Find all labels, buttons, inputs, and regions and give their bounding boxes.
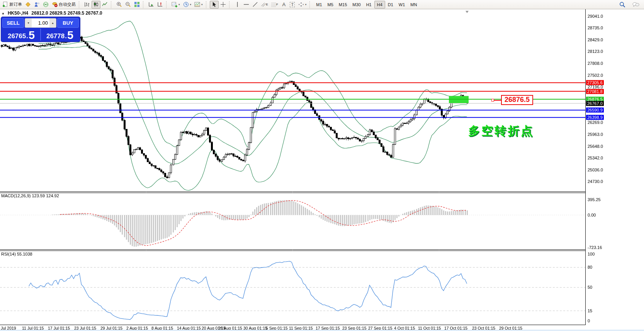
person-cloud-icon [34, 2, 40, 7]
price-tick-label: 27196.0 [588, 85, 603, 89]
tile-windows-icon [134, 2, 140, 7]
indicator-tick-label: 0.00 [588, 213, 596, 217]
timeframe-h1-button[interactable]: H1 [364, 1, 374, 8]
indicator-tick-label: 15 [588, 308, 592, 313]
price-tick-label: 28735.0 [588, 25, 603, 30]
price-tick-label: 25342.0 [588, 156, 603, 160]
auto-trading-icon [52, 2, 58, 7]
template-icon [194, 2, 200, 7]
chat-button[interactable] [631, 1, 641, 8]
tile-windows-button[interactable] [133, 1, 141, 8]
new-order-icon [2, 2, 8, 7]
bottom-strip [0, 330, 644, 331]
fibonacci-tool-button[interactable]: F [270, 1, 280, 8]
timeframe-m1-button[interactable]: M1 [313, 1, 325, 8]
chart-window: ▲ HK50-,H4 26812.0 26829.5 26749.5 26767… [0, 9, 644, 331]
candlestick-icon [93, 2, 99, 7]
new-chart-button[interactable]: ▾ [170, 1, 182, 8]
signal-icon [43, 2, 49, 7]
dropdown-caret-icon: ▾ [178, 3, 180, 6]
buy-button[interactable]: BUY [57, 18, 79, 28]
new-order-button[interactable]: 新订单 [1, 1, 24, 8]
candle-chart-mode-button[interactable] [92, 1, 100, 8]
auto-scroll-button[interactable] [147, 1, 156, 8]
line-price-label: 26767.0 [586, 101, 604, 106]
timeframe-d1-button[interactable]: D1 [385, 1, 396, 8]
vertical-line-icon [234, 2, 240, 7]
chart-shift-button[interactable] [156, 1, 165, 8]
dropdown-caret-icon: ▾ [305, 3, 307, 6]
text-label-tool-button[interactable]: T [288, 1, 297, 8]
timeframe-mn-button[interactable]: MN [408, 1, 420, 8]
sell-button[interactable]: SELL [2, 18, 24, 28]
arrows-icon [298, 2, 304, 7]
channel-icon [261, 2, 266, 7]
text-tool-button[interactable]: A [280, 1, 288, 8]
timeframe-m5-button[interactable]: M5 [325, 1, 336, 8]
auto-scroll-icon [148, 2, 154, 7]
volume-input[interactable] [32, 19, 49, 27]
signals-button[interactable] [41, 1, 50, 8]
periods-button[interactable]: ▾ [182, 1, 193, 8]
search-icon [619, 2, 625, 8]
price-tick-label: 24730.0 [588, 179, 603, 184]
volume-increase-button[interactable]: ▲ [49, 19, 56, 27]
zoom-out-icon [125, 2, 131, 7]
profile-icon [25, 2, 31, 7]
volume-stepper: ▼ ▲ [25, 18, 56, 28]
market-watch-button[interactable] [32, 1, 41, 8]
line-price-label: 26398.9 [586, 115, 604, 120]
chart-shift-icon [157, 2, 163, 7]
crosshair-icon [220, 2, 226, 7]
arrows-tool-button[interactable]: ▾ [297, 1, 308, 8]
templates-button[interactable]: ▾ [193, 1, 204, 8]
toolbar-separator [309, 1, 312, 8]
price-tick-label: 25036.0 [588, 168, 603, 172]
price-tick-label: 25963.0 [588, 132, 603, 137]
chart-canvas[interactable] [0, 9, 586, 326]
trendline-tool-button[interactable] [251, 1, 260, 8]
price-tick-label: 26269.0 [588, 120, 603, 125]
indicator-tick-label: 395.25 [588, 197, 601, 202]
crosshair-tool-button[interactable] [219, 1, 228, 8]
cn-annotation-text[interactable]: 多空转折点 [468, 123, 534, 139]
line-chart-icon [102, 2, 108, 7]
cursor-icon [211, 2, 217, 7]
equidistant-channel-tool-button[interactable]: E [260, 1, 270, 8]
indicator-tick-label: -723.16 [588, 245, 602, 250]
search-button[interactable] [618, 1, 627, 8]
price-callout-label[interactable]: 26876.5 [501, 95, 533, 105]
price-tick-label: 27808.0 [588, 61, 603, 66]
dropdown-caret-icon: ▾ [201, 3, 203, 6]
bar-chart-mode-button[interactable] [83, 1, 92, 8]
new-chart-icon [172, 2, 177, 7]
price-tick-label: 28429.0 [588, 37, 603, 42]
fibonacci-icon [271, 2, 276, 7]
price-tick-label: 28123.0 [588, 49, 603, 54]
toolbar-separator [229, 1, 232, 8]
timeframe-m15-button[interactable]: M15 [336, 1, 350, 8]
auto-trading-button[interactable]: 自动交易 [50, 1, 77, 8]
text-tool-icon: A [282, 2, 285, 7]
timeframe-h4-button[interactable]: H4 [374, 1, 385, 8]
timeframe-m30-button[interactable]: M30 [350, 1, 363, 8]
zoom-in-button[interactable] [115, 1, 124, 8]
vertical-line-tool-button[interactable] [233, 1, 242, 8]
toolbar-separator [206, 1, 209, 8]
horizontal-line-tool-button[interactable] [242, 1, 251, 8]
buy-price: 26778.5 [41, 29, 79, 41]
chart-profile-button[interactable] [24, 1, 32, 8]
timeframe-w1-button[interactable]: W1 [396, 1, 408, 8]
price-tick-label: 29041.0 [588, 14, 603, 19]
volume-decrease-button[interactable]: ▼ [25, 19, 32, 27]
zoom-out-button[interactable] [124, 1, 133, 8]
price-tick-label: 25648.0 [588, 144, 603, 149]
trendline-icon [252, 2, 258, 7]
bar-chart-icon [84, 2, 90, 7]
cursor-tool-button[interactable] [210, 1, 219, 8]
line-price-label: 26590.9 [586, 108, 604, 113]
indicator-tick-label: 0 [588, 318, 590, 323]
clock-icon [183, 2, 189, 7]
zoom-in-icon [116, 2, 122, 7]
line-chart-mode-button[interactable] [100, 1, 109, 8]
